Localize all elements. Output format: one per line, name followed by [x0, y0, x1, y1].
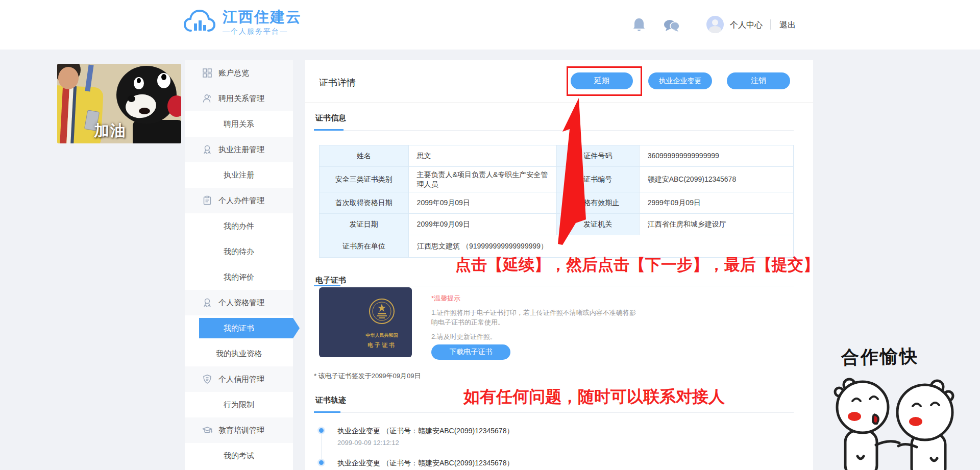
sidebar-item-my-affairs[interactable]: 我的办件 [185, 213, 293, 239]
annotation-highlight-box [567, 66, 642, 96]
table-label: 首次取得资格日期 [320, 192, 409, 214]
table-value: 赣建安ABC(2099)12345678 [640, 167, 793, 192]
timeline-dot [319, 428, 324, 433]
table-label: 证书所在单位 [320, 235, 409, 257]
track-section-title: 证书轨迹 [315, 395, 346, 405]
sidebar-item-practice-reg[interactable]: 执业注册 [185, 162, 293, 188]
handshake-cartoon-sticker [831, 369, 960, 470]
header-divider [770, 19, 771, 30]
enterprise-change-button[interactable]: 执业企业变更 [648, 72, 712, 89]
table-value: 主要负责人&项目负责人&专职生产安全管理人员 [409, 167, 557, 192]
sidebar-item-education-training-mgmt[interactable]: 教育培训管理 [185, 417, 293, 443]
app-subtitle: —个人服务平台— [223, 27, 302, 36]
timeline-event-title: 执业企业变更 （证书号：赣建安ABC(2099)12345678） [337, 427, 513, 436]
table-value: 2099年09月09日 [409, 192, 557, 214]
table-value: 360999999999999999 [640, 145, 793, 167]
annotation-instruction-1: 点击【延续】，然后点击【下一步】，最后【提交】 [455, 254, 819, 276]
timeline-dot [319, 460, 324, 465]
ecert-card-cover: 中华人民共和国 电子证书 [319, 287, 412, 357]
national-emblem-icon [368, 298, 396, 325]
kumamon-nose [128, 95, 135, 102]
table-value: 思文 [409, 145, 557, 167]
kumamon-meme-image: 加油 [57, 64, 181, 143]
table-label: 安全三类证书类别 [320, 167, 409, 192]
sidebar-item-my-evaluation[interactable]: 我的评价 [185, 264, 293, 290]
page: 江西住建云 —个人服务平台— 个人中心 退出 [0, 0, 980, 470]
ecert-card-title: 电子证书 [351, 341, 412, 349]
ecert-tab-underline [314, 285, 340, 286]
avatar-body [709, 26, 721, 33]
sidebar-item-account-overview[interactable]: 账户总览 [185, 60, 293, 86]
sidebar-item-my-exams[interactable]: 我的考试 [185, 443, 293, 468]
warm-tips: *温馨提示 1.证件照将用于电子证书打印，若上传证件照不清晰或内容不准确将影响电… [431, 294, 642, 341]
ecert-card-country: 中华人民共和国 [351, 332, 412, 339]
sidebar-item-employment-relation[interactable]: 聘用关系 [185, 111, 293, 137]
certificate-track-timeline: 执业企业变更 （证书号：赣建安ABC(2099)12345678） 2099-0… [319, 427, 513, 470]
warm-tip-2: 2.请及时更新证件照。 [431, 332, 642, 341]
clipboard-icon [202, 195, 212, 206]
sidebar-item-personal-credit-mgmt[interactable]: 个人信用管理 [185, 366, 293, 392]
table-value: 江西省住房和城乡建设厅 [640, 214, 793, 235]
cloud-building-logo-icon [184, 8, 215, 38]
timeline-event-title: 执业企业变更 （证书号：赣建安ABC(2099)12345678） [337, 459, 513, 468]
avatar-head [712, 19, 718, 26]
meme-caption: 加油 [94, 120, 127, 141]
logout-link[interactable]: 退出 [779, 20, 796, 31]
message-chat-icon[interactable] [664, 19, 680, 33]
app-title: 江西住建云 [223, 8, 302, 26]
ecert-issue-footnote: * 该电子证书签发于2099年09月09日 [314, 372, 421, 381]
logo: 江西住建云 —个人服务平台— [184, 8, 302, 38]
graduation-cap-icon [202, 425, 212, 435]
download-ecert-button[interactable]: 下载电子证书 [431, 344, 510, 360]
user-center-link[interactable]: 个人中心 [730, 20, 763, 31]
timeline-event: 执业企业变更 （证书号：赣建安ABC(2099)12345678） 2099-0… [319, 427, 513, 447]
user-avatar[interactable] [706, 16, 724, 33]
sidebar-item-behavior-restriction[interactable]: 行为限制 [185, 392, 293, 417]
sidebar-item-personal-qualification-mgmt[interactable]: 个人资格管理 [185, 290, 293, 315]
sidebar-item-my-practice-qualification[interactable]: 我的执业资格 [185, 341, 293, 366]
timeline-event: 执业企业变更 （证书号：赣建安ABC(2099)12345678） [319, 459, 513, 468]
notification-bell-icon[interactable] [633, 17, 645, 32]
page-title: 证书详情 [319, 77, 356, 89]
cert-info-tab-underline [314, 129, 344, 131]
table-value: 2099年09月09日 [409, 214, 557, 235]
track-tab-underline [314, 411, 340, 413]
top-header: 江西住建云 —个人服务平台— 个人中心 退出 [0, 0, 980, 50]
cert-info-section-title: 证书信息 [315, 113, 346, 123]
medal-icon [202, 144, 212, 155]
sticker-caption: 合作愉快 [841, 344, 919, 370]
timeline-event-time: 2099-09-09 12:12:12 [337, 439, 513, 447]
table-value: 2999年09月09日 [640, 192, 793, 214]
table-label: 姓名 [320, 145, 409, 167]
sidebar-item-employment-mgmt[interactable]: 聘用关系管理 [185, 86, 293, 111]
sidebar-item-my-certificates[interactable]: 我的证书 [185, 315, 293, 341]
sidebar-item-my-todo[interactable]: 我的待办 [185, 239, 293, 264]
sidebar-item-practice-reg-mgmt[interactable]: 执业注册管理 [185, 137, 293, 162]
annotation-instruction-2: 如有任何问题，随时可以联系对接人 [463, 386, 725, 408]
warm-tip-1: 1.证件照将用于电子证书打印，若上传证件照不清晰或内容不准确将影响电子证书的正常… [431, 308, 642, 327]
table-label: 发证日期 [320, 214, 409, 235]
sidebar-nav: 账户总览 聘用关系管理 聘用关系 执业注册管理 执业注册 个人办件管理 我的办件… [185, 60, 293, 470]
kumamon-body [133, 120, 181, 143]
kumamon-mouth [139, 108, 150, 114]
shield-icon [202, 374, 212, 384]
person-face [58, 67, 79, 89]
ecert-section-title: 电子证书 [315, 276, 346, 285]
medal-icon [202, 298, 212, 308]
annotation-arrow [551, 97, 602, 250]
grid-icon [202, 68, 212, 78]
deregister-button[interactable]: 注销 [727, 72, 790, 89]
user-icon [202, 93, 212, 104]
sidebar-item-personal-affairs-mgmt[interactable]: 个人办件管理 [185, 188, 293, 213]
warm-tips-title: *温馨提示 [431, 294, 642, 303]
